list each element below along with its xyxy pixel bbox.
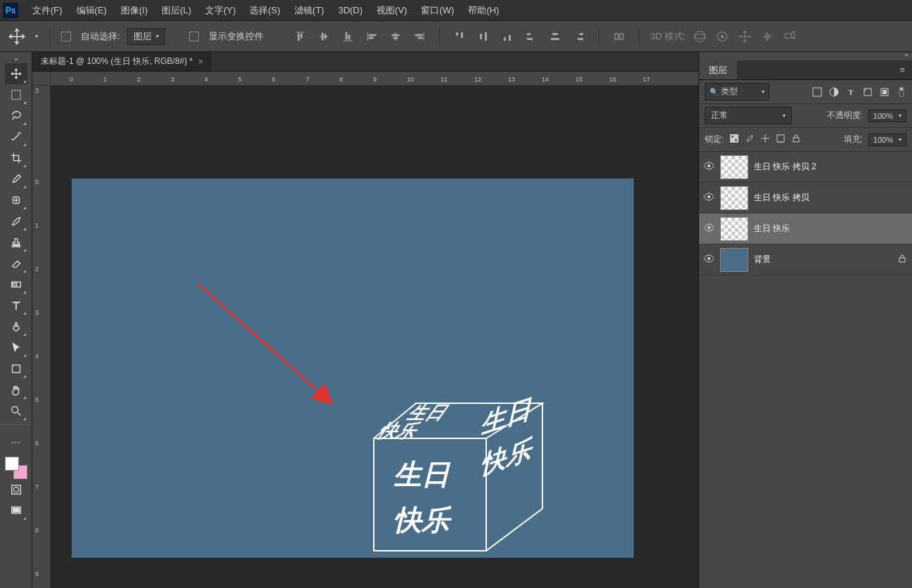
layer-name[interactable]: 生日 快乐 xyxy=(754,223,908,235)
stamp-tool[interactable] xyxy=(5,232,27,253)
tool-preset-arrow[interactable]: ▾ xyxy=(35,33,38,39)
align-bottom-icon[interactable] xyxy=(339,28,356,45)
layer-thumbnail[interactable] xyxy=(720,217,748,241)
layer-row[interactable]: 生日 快乐 xyxy=(699,214,912,244)
layer-row[interactable]: 生日 快乐 拷贝 xyxy=(699,183,912,214)
magic-wand-tool[interactable] xyxy=(5,126,27,148)
color-swatches[interactable] xyxy=(5,457,27,479)
slide-3d-icon[interactable] xyxy=(760,29,775,44)
layer-thumbnail[interactable] xyxy=(720,155,748,179)
lock-all-icon[interactable] xyxy=(791,133,801,145)
ruler-horizontal[interactable]: 01234567891011121314151617 xyxy=(51,72,698,86)
hand-tool[interactable] xyxy=(5,379,27,400)
menu-layer[interactable]: 图层(L) xyxy=(155,0,198,21)
gradient-tool[interactable] xyxy=(5,274,27,295)
lock-pixels-icon[interactable] xyxy=(729,133,739,145)
filter-smart-icon[interactable] xyxy=(880,87,890,97)
menu-window[interactable]: 窗口(W) xyxy=(414,0,461,21)
pan-3d-icon[interactable] xyxy=(737,29,753,44)
lock-artboard-icon[interactable] xyxy=(776,133,786,145)
document-tab-bar: 未标题-1 @ 100% (生日 快乐, RGB/8#) * × xyxy=(32,52,698,72)
shape-tool[interactable] xyxy=(5,358,27,379)
menu-image[interactable]: 图像(I) xyxy=(114,0,155,21)
lasso-tool[interactable] xyxy=(5,105,27,126)
zoom-tool[interactable] xyxy=(5,400,27,422)
edit-toolbar[interactable]: ⋯ xyxy=(5,431,27,452)
menu-file[interactable]: 文件(F) xyxy=(25,0,70,21)
opacity-value[interactable]: 100%▾ xyxy=(868,110,906,122)
align-top-icon[interactable] xyxy=(292,28,308,45)
lock-brush-icon[interactable] xyxy=(745,133,755,145)
visibility-eye-icon[interactable] xyxy=(703,162,715,172)
menu-3d[interactable]: 3D(D) xyxy=(331,1,370,20)
type-tool[interactable] xyxy=(5,295,27,316)
eyedropper-tool[interactable] xyxy=(5,169,27,190)
filter-kind-dropdown[interactable]: 🔍 类型 ▾ xyxy=(705,83,769,100)
auto-select-checkbox[interactable] xyxy=(61,32,71,41)
visibility-eye-icon[interactable] xyxy=(703,254,715,265)
visibility-eye-icon[interactable] xyxy=(703,192,715,203)
layer-thumbnail[interactable] xyxy=(720,248,748,272)
pen-tool[interactable] xyxy=(5,316,27,337)
ruler-vertical[interactable]: 30123456789 xyxy=(32,86,51,588)
filter-toggle[interactable] xyxy=(897,87,906,97)
quickmask-tool[interactable] xyxy=(5,479,27,500)
menu-edit[interactable]: 编辑(E) xyxy=(70,0,114,21)
healing-tool[interactable] xyxy=(5,190,27,211)
svg-line-30 xyxy=(198,284,332,403)
eraser-tool[interactable] xyxy=(5,253,27,274)
canvas-viewport[interactable]: 生日 快乐 生日 快乐 生日 快乐 xyxy=(51,86,698,588)
menu-type[interactable]: 文字(Y) xyxy=(198,0,242,21)
orbit-3d-icon[interactable] xyxy=(692,29,708,44)
close-tab-icon[interactable]: × xyxy=(198,57,203,67)
lock-position-icon[interactable] xyxy=(760,133,770,145)
align-hcenter-icon[interactable] xyxy=(387,28,404,45)
layer-name[interactable]: 生日 快乐 拷贝 xyxy=(754,192,908,204)
menu-filter[interactable]: 滤镜(T) xyxy=(287,0,332,21)
toolbox-collapse[interactable] xyxy=(0,55,32,63)
visibility-eye-icon[interactable] xyxy=(703,223,715,234)
blend-mode-dropdown[interactable]: 正常▾ xyxy=(705,107,792,124)
distribute-vcenter-icon[interactable] xyxy=(475,28,492,45)
distribute-bottom-icon[interactable] xyxy=(499,28,516,45)
panels-collapse[interactable] xyxy=(699,52,912,60)
scale-3d-icon[interactable] xyxy=(782,29,797,44)
distribute-top-icon[interactable] xyxy=(451,28,468,45)
fill-value[interactable]: 100%▾ xyxy=(868,133,906,146)
align-right-icon[interactable] xyxy=(411,28,428,45)
crop-tool[interactable] xyxy=(5,148,27,169)
filter-type-icon[interactable]: T xyxy=(846,87,856,97)
filter-shape-icon[interactable] xyxy=(863,87,873,97)
canvas[interactable]: 生日 快乐 生日 快乐 生日 快乐 xyxy=(72,178,634,558)
distribute-hcenter-icon[interactable] xyxy=(547,28,564,45)
layer-row[interactable]: 生日 快乐 拷贝 2 xyxy=(699,152,912,183)
panel-menu-icon[interactable]: ≡ xyxy=(892,60,912,79)
filter-adjust-icon[interactable] xyxy=(829,87,839,97)
brush-tool[interactable] xyxy=(5,211,27,232)
roll-3d-icon[interactable] xyxy=(715,29,730,44)
filter-pixel-icon[interactable] xyxy=(812,87,822,97)
document-tab[interactable]: 未标题-1 @ 100% (生日 快乐, RGB/8#) * × xyxy=(32,52,211,71)
menu-help[interactable]: 帮助(H) xyxy=(461,0,506,21)
auto-align-icon[interactable] xyxy=(611,28,627,45)
path-select-tool[interactable] xyxy=(5,337,27,358)
layers-tab[interactable]: 图层 xyxy=(699,60,737,79)
align-vcenter-icon[interactable] xyxy=(315,28,332,45)
layer-row[interactable]: 背景 xyxy=(699,244,912,275)
distribute-right-icon[interactable] xyxy=(571,28,587,45)
layer-name[interactable]: 背景 xyxy=(754,254,892,266)
distribute-left-icon[interactable] xyxy=(523,28,540,45)
show-transform-checkbox[interactable] xyxy=(189,32,199,41)
foreground-color[interactable] xyxy=(5,457,19,471)
layer-thumbnail[interactable] xyxy=(720,186,748,210)
marquee-tool[interactable] xyxy=(5,84,27,105)
menu-view[interactable]: 视图(V) xyxy=(370,0,414,21)
align-left-icon[interactable] xyxy=(363,28,380,45)
svg-point-53 xyxy=(708,257,710,260)
screenmode-tool[interactable] xyxy=(5,500,27,521)
layer-name[interactable]: 生日 快乐 拷贝 2 xyxy=(754,161,908,173)
move-tool-icon[interactable] xyxy=(7,27,27,46)
move-tool[interactable] xyxy=(5,63,27,84)
menu-select[interactable]: 选择(S) xyxy=(242,0,287,21)
auto-select-target[interactable]: 图层▾ xyxy=(127,28,165,45)
